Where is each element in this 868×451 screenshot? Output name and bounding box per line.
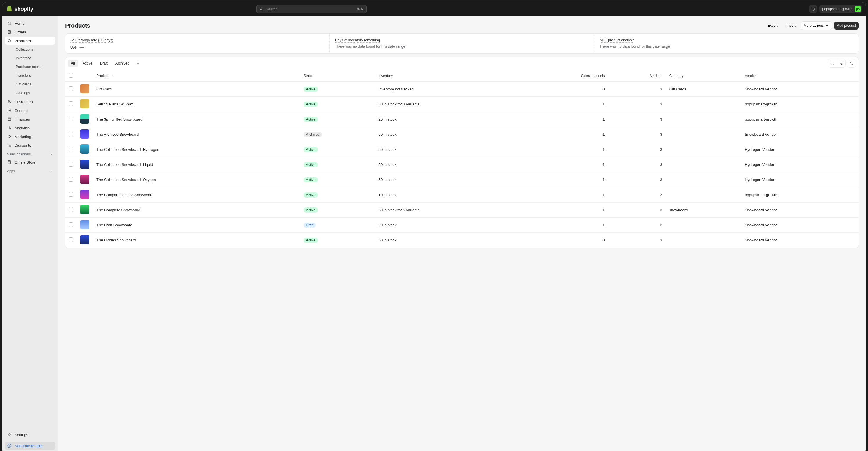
cell-category: [666, 157, 741, 172]
search-input[interactable]: [266, 7, 354, 11]
row-checkbox[interactable]: [68, 222, 73, 227]
cell-markets: 3: [608, 82, 666, 97]
column-header-markets[interactable]: Markets: [608, 70, 666, 82]
cell-category: [666, 187, 741, 203]
row-checkbox[interactable]: [68, 101, 73, 106]
sidebar-sub-collections[interactable]: Collections: [6, 45, 56, 54]
cell-vendor: popupsmart-growth: [741, 187, 859, 203]
table-row[interactable]: The Compare at Price SnowboardActive10 i…: [65, 187, 859, 203]
sidebar-item-discounts[interactable]: Discounts: [5, 141, 56, 149]
row-checkbox[interactable]: [68, 192, 73, 197]
search-box[interactable]: ⌘ K: [256, 5, 367, 13]
import-button[interactable]: Import: [783, 22, 799, 30]
sidebar-sub-catalogs[interactable]: Catalogs: [6, 89, 56, 97]
add-product-button[interactable]: Add product: [834, 22, 859, 30]
cell-vendor: popupsmart-growth: [741, 112, 859, 127]
column-header-status[interactable]: Status: [300, 70, 375, 82]
tab-draft[interactable]: Draft: [97, 60, 111, 67]
more-actions-button[interactable]: More actions: [801, 22, 832, 30]
table-row[interactable]: The Hidden SnowboardActive50 in stock03S…: [65, 233, 859, 248]
column-header-vendor[interactable]: Vendor: [741, 70, 859, 82]
tab-archived[interactable]: Archived: [113, 60, 132, 67]
table-sort-button[interactable]: [847, 59, 856, 67]
sidebar-item-analytics[interactable]: Analytics: [5, 124, 56, 132]
sidebar-item-content[interactable]: Content: [5, 107, 56, 115]
row-checkbox[interactable]: [68, 132, 73, 136]
sidebar-item-marketing[interactable]: Marketing: [5, 132, 56, 141]
cell-vendor: Snowboard Vendor: [741, 203, 859, 218]
table-row[interactable]: The 3p Fulfilled SnowboardActive20 in st…: [65, 112, 859, 127]
table-filter-button[interactable]: [837, 59, 845, 67]
metric-sell-through[interactable]: Sell-through rate (30 days) 0% —: [65, 34, 330, 54]
column-header-product[interactable]: Product: [93, 70, 300, 82]
product-thumbnail: [80, 114, 90, 123]
row-checkbox[interactable]: [68, 162, 73, 167]
sort-pill: [847, 59, 856, 67]
sidebar-item-orders[interactable]: Orders: [5, 28, 56, 36]
cell-category: [666, 127, 741, 142]
status-badge: Active: [304, 117, 318, 122]
sidebar-item-nontransferable[interactable]: Non-transferable: [5, 442, 56, 450]
column-header-category[interactable]: Category: [666, 70, 741, 82]
product-thumbnail: [80, 205, 90, 214]
plus-icon: [136, 62, 140, 65]
cell-vendor: Snowboard Vendor: [741, 82, 859, 97]
cell-markets: 3: [608, 97, 666, 112]
metric-abc-analysis[interactable]: ABC product analysis There was no data f…: [594, 34, 859, 54]
cell-channels: 1: [517, 203, 608, 218]
column-header-sales-channels[interactable]: Sales channels: [517, 70, 608, 82]
notifications-button[interactable]: [809, 5, 817, 13]
cell-channels: 1: [517, 142, 608, 157]
table-row[interactable]: The Collection Snowboard: HydrogenActive…: [65, 142, 859, 157]
tab-active[interactable]: Active: [80, 60, 95, 67]
topbar: shopify ⌘ K popupsmart-growth po: [2, 2, 866, 16]
store-switcher[interactable]: popupsmart-growth po: [819, 5, 862, 13]
metric-sub: There was no data found for this date ra…: [599, 44, 854, 49]
column-header-inventory[interactable]: Inventory: [375, 70, 517, 82]
product-thumbnail: [80, 190, 90, 199]
cell-markets: 3: [608, 112, 666, 127]
sidebar-sub-purchase-orders[interactable]: Purchase orders: [6, 63, 56, 71]
row-checkbox[interactable]: [68, 177, 73, 182]
sidebar-section-apps[interactable]: Apps: [5, 167, 56, 174]
table-row[interactable]: The Draft SnowboardDraft20 in stock13Sno…: [65, 218, 859, 233]
cell-inventory: 50 in stock: [375, 127, 517, 142]
product-thumbnail: [80, 220, 90, 229]
cell-category: [666, 218, 741, 233]
table-row[interactable]: Selling Plans Ski WaxActive30 in stock f…: [65, 97, 859, 112]
select-all-checkbox[interactable]: [68, 73, 73, 78]
cell-inventory: 30 in stock for 3 variants: [375, 97, 517, 112]
row-checkbox[interactable]: [68, 237, 73, 242]
table-row[interactable]: The Complete SnowboardActive50 in stock …: [65, 203, 859, 218]
add-view-button[interactable]: [134, 60, 142, 67]
status-badge: Active: [304, 147, 318, 152]
metric-days-inventory[interactable]: Days of inventory remaining There was no…: [330, 34, 594, 54]
sidebar-item-products[interactable]: Products: [5, 37, 56, 45]
sidebar-section-channels[interactable]: Sales channels: [5, 150, 56, 157]
cell-category: [666, 233, 741, 248]
sidebar-item-home[interactable]: Home: [5, 19, 56, 27]
sidebar-sub-gift-cards[interactable]: Gift cards: [6, 80, 56, 88]
row-checkbox[interactable]: [68, 147, 73, 151]
sidebar-sub-transfers[interactable]: Transfers: [6, 71, 56, 80]
row-checkbox[interactable]: [68, 207, 73, 212]
page-header: Products Export Import More actions Add …: [65, 22, 859, 30]
shopify-logo[interactable]: shopify: [6, 5, 33, 12]
export-button[interactable]: Export: [765, 22, 781, 30]
table-row[interactable]: The Collection Snowboard: LiquidActive50…: [65, 157, 859, 172]
sidebar-item-online-store[interactable]: Online Store: [5, 158, 56, 166]
sidebar-sub-inventory[interactable]: Inventory: [6, 54, 56, 62]
row-checkbox[interactable]: [68, 117, 73, 121]
status-badge: Active: [304, 177, 318, 182]
row-checkbox[interactable]: [68, 86, 73, 91]
cell-vendor: Hydrogen Vendor: [741, 172, 859, 187]
metric-delta: —: [80, 44, 84, 50]
sidebar-item-settings[interactable]: Settings: [5, 431, 56, 439]
sidebar-item-customers[interactable]: Customers: [5, 98, 56, 106]
table-row[interactable]: The Archived SnowboardArchived50 in stoc…: [65, 127, 859, 142]
tab-all[interactable]: All: [68, 60, 78, 67]
table-search-button[interactable]: [828, 59, 837, 67]
table-row[interactable]: Gift CardActiveInventory not tracked03Gi…: [65, 82, 859, 97]
sidebar-item-finances[interactable]: Finances: [5, 115, 56, 123]
table-row[interactable]: The Collection Snowboard: OxygenActive50…: [65, 172, 859, 187]
